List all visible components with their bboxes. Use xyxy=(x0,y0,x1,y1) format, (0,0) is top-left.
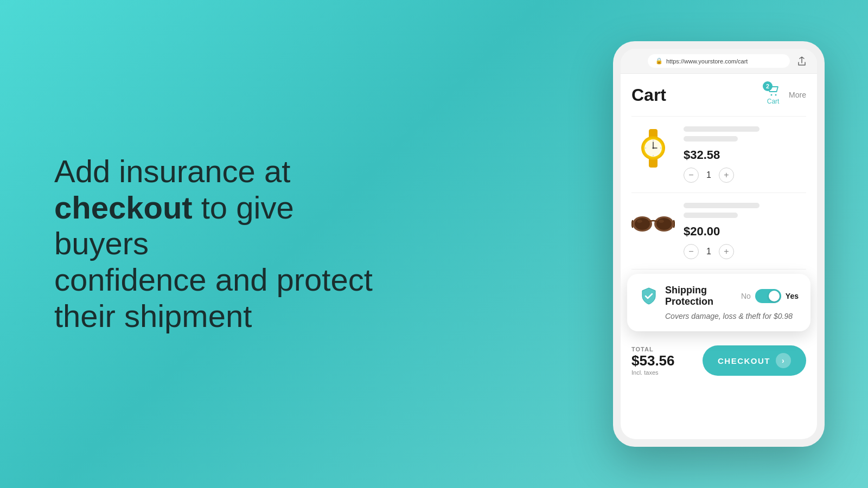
svg-point-10 xyxy=(653,140,654,141)
sunglasses-qty-decrease[interactable]: − xyxy=(684,244,699,259)
svg-point-15 xyxy=(635,218,650,230)
checkout-button[interactable]: CHECKOUT › xyxy=(703,345,806,376)
toggle-wrapper: No Yes xyxy=(741,289,799,303)
sunglasses-price: $20.00 xyxy=(684,224,806,239)
sunglasses-item-details: $20.00 − 1 + xyxy=(684,203,806,259)
phone-mockup: 🔒 https://www.yourstore.com/cart Cart xyxy=(613,41,825,447)
item-name-placeholder-1 xyxy=(684,126,760,132)
watch-qty-control: − 1 + xyxy=(684,168,806,183)
checkout-label: CHECKOUT xyxy=(718,356,770,365)
protection-toggle[interactable] xyxy=(755,289,781,303)
sunglasses-image xyxy=(631,203,675,246)
cart-content: Cart 2 Cart More xyxy=(621,74,817,269)
headline: Add insurance at checkout to give buyers… xyxy=(54,153,380,334)
shipping-protection-card: Shipping Protection No Yes Covers damage… xyxy=(627,274,810,331)
share-button[interactable] xyxy=(795,55,808,68)
sunglasses-name-placeholder-2 xyxy=(684,213,738,218)
svg-point-9 xyxy=(653,147,654,149)
cart-title: Cart xyxy=(631,85,666,105)
svg-point-11 xyxy=(653,155,654,156)
sunglasses-svg xyxy=(631,210,675,240)
cart-footer: TOTAL $53.56 Incl. taxes CHECKOUT › xyxy=(621,336,817,386)
lock-icon: 🔒 xyxy=(655,57,663,65)
toggle-yes-label: Yes xyxy=(786,292,799,300)
sunglasses-qty-control: − 1 + xyxy=(684,244,806,259)
cart-item-sunglasses: $20.00 − 1 + xyxy=(631,193,806,269)
svg-point-13 xyxy=(660,147,661,149)
url-text: https://www.yourstore.com/cart xyxy=(666,58,748,65)
svg-point-19 xyxy=(659,220,664,223)
svg-point-17 xyxy=(656,218,672,230)
cart-badge: 2 xyxy=(763,81,773,91)
watch-qty-decrease[interactable]: − xyxy=(684,168,699,183)
protection-card-wrapper: Shipping Protection No Yes Covers damage… xyxy=(627,274,810,331)
watch-image xyxy=(631,126,675,170)
watch-qty-value: 1 xyxy=(706,170,711,180)
phone-frame: 🔒 https://www.yourstore.com/cart Cart xyxy=(613,41,825,447)
svg-point-18 xyxy=(637,220,642,223)
cart-nav-icon[interactable]: 2 Cart xyxy=(766,85,780,105)
more-label: More xyxy=(789,91,806,99)
url-bar: 🔒 https://www.yourstore.com/cart xyxy=(648,54,790,68)
cart-header: Cart 2 Cart More xyxy=(631,85,806,105)
watch-item-details: $32.58 − 1 + xyxy=(684,126,806,183)
svg-point-1 xyxy=(775,94,777,96)
toggle-thumb xyxy=(769,291,780,301)
total-section: TOTAL $53.56 Incl. taxes xyxy=(631,346,675,376)
watch-qty-increase[interactable]: + xyxy=(719,168,734,183)
toggle-no-label: No xyxy=(741,292,751,300)
cart-nav: 2 Cart More xyxy=(766,85,806,105)
shield-icon xyxy=(639,286,659,306)
hero-text: Add insurance at checkout to give buyers… xyxy=(54,153,380,334)
checkout-arrow-icon: › xyxy=(776,353,791,368)
cart-item-watch: $32.58 − 1 + xyxy=(631,117,806,193)
sunglasses-name-placeholder-1 xyxy=(684,203,760,208)
protection-description: Covers damage, loss & theft for $0.98 xyxy=(639,312,799,320)
protection-header: Shipping Protection No Yes xyxy=(639,285,799,307)
total-amount: $53.56 xyxy=(631,352,675,369)
sunglasses-qty-increase[interactable]: + xyxy=(719,244,734,259)
protection-title: Shipping Protection xyxy=(665,285,735,307)
item-name-placeholder-2 xyxy=(684,136,738,142)
browser-bar: 🔒 https://www.yourstore.com/cart xyxy=(621,49,817,74)
sunglasses-qty-value: 1 xyxy=(706,247,711,256)
cart-nav-label: Cart xyxy=(767,98,780,105)
svg-point-12 xyxy=(645,147,646,149)
watch-svg xyxy=(634,128,672,169)
watch-price: $32.58 xyxy=(684,148,806,162)
total-label: TOTAL xyxy=(631,346,675,352)
total-incl-taxes: Incl. taxes xyxy=(631,369,675,376)
phone-screen: 🔒 https://www.yourstore.com/cart Cart xyxy=(621,49,817,439)
svg-point-0 xyxy=(771,94,773,96)
cart-items-list: $32.58 − 1 + xyxy=(631,116,806,269)
